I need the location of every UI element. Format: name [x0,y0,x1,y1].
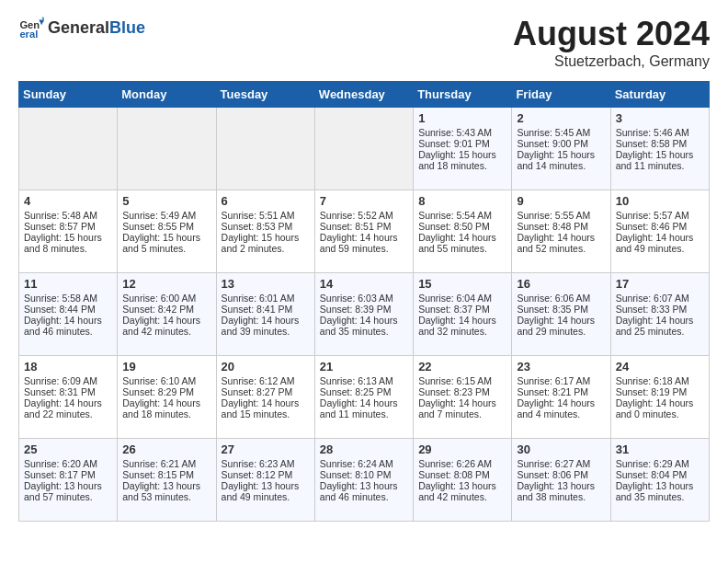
calendar-cell: 19Sunrise: 6:10 AMSunset: 8:29 PMDayligh… [118,356,216,439]
day-info: Sunset: 8:04 PM [616,469,704,480]
day-number: 30 [517,442,605,456]
column-header-tuesday: Tuesday [216,82,314,108]
day-info: Sunrise: 6:13 AM [320,375,408,386]
day-number: 12 [122,277,210,291]
day-info: Sunset: 8:25 PM [320,386,408,397]
day-info: Daylight: 14 hours and 59 minutes. [320,232,408,254]
calendar-cell: 16Sunrise: 6:06 AMSunset: 8:35 PMDayligh… [512,273,610,356]
calendar-week-1: 1Sunrise: 5:43 AMSunset: 9:01 PMDaylight… [19,108,710,190]
day-info: Daylight: 13 hours and 53 minutes. [122,480,210,502]
svg-text:eral: eral [19,29,38,40]
day-info: Sunrise: 5:55 AM [517,210,605,221]
day-info: Daylight: 15 hours and 18 minutes. [418,149,506,171]
column-header-wednesday: Wednesday [314,82,413,108]
day-number: 4 [24,194,112,208]
day-info: Daylight: 14 hours and 25 minutes. [616,315,704,337]
calendar-cell: 13Sunrise: 6:01 AMSunset: 8:41 PMDayligh… [216,273,314,356]
day-number: 6 [222,194,310,208]
day-info: Sunrise: 6:04 AM [418,293,506,304]
calendar-cell: 6Sunrise: 5:51 AMSunset: 8:53 PMDaylight… [216,190,314,273]
day-number: 19 [122,360,210,373]
calendar-week-2: 4Sunrise: 5:48 AMSunset: 8:57 PMDaylight… [19,190,710,273]
day-info: Sunset: 8:21 PM [517,386,605,397]
day-info: Daylight: 14 hours and 11 minutes. [320,397,408,419]
day-info: Sunset: 9:00 PM [517,138,605,149]
calendar-header-row: SundayMondayTuesdayWednesdayThursdayFrid… [19,82,710,108]
calendar-cell: 18Sunrise: 6:09 AMSunset: 8:31 PMDayligh… [19,356,118,439]
calendar-cell: 29Sunrise: 6:26 AMSunset: 8:08 PMDayligh… [414,439,512,522]
day-number: 20 [222,360,310,373]
day-info: Daylight: 14 hours and 32 minutes. [418,315,506,337]
day-number: 15 [418,277,506,291]
day-info: Sunrise: 6:12 AM [222,375,310,386]
header: Gen eral GeneralBlue August 2024 Stuetze… [18,15,710,70]
day-number: 14 [320,277,408,291]
day-info: Sunset: 8:06 PM [517,469,605,480]
day-info: Daylight: 14 hours and 35 minutes. [320,315,408,337]
day-info: Sunrise: 6:21 AM [122,458,210,469]
day-number: 25 [24,442,112,456]
column-header-friday: Friday [512,82,610,108]
day-info: Sunset: 8:12 PM [222,469,310,480]
day-info: Sunrise: 6:26 AM [418,458,506,469]
day-number: 31 [616,442,704,456]
day-info: Sunset: 8:55 PM [122,221,210,232]
day-number: 7 [320,194,408,208]
logo: Gen eral GeneralBlue [18,15,145,40]
column-header-monday: Monday [118,82,216,108]
day-info: Sunrise: 5:46 AM [616,127,704,138]
logo-blue: Blue [109,18,145,37]
column-header-thursday: Thursday [414,82,512,108]
day-info: Sunset: 8:41 PM [222,304,310,315]
day-info: Sunrise: 5:54 AM [418,210,506,221]
day-info: Daylight: 14 hours and 42 minutes. [122,315,210,337]
day-info: Sunrise: 6:27 AM [517,458,605,469]
calendar-cell: 11Sunrise: 5:58 AMSunset: 8:44 PMDayligh… [19,273,118,356]
calendar-cell: 26Sunrise: 6:21 AMSunset: 8:15 PMDayligh… [118,439,216,522]
day-number: 18 [24,360,112,373]
day-info: Sunrise: 6:29 AM [616,458,704,469]
calendar-week-3: 11Sunrise: 5:58 AMSunset: 8:44 PMDayligh… [19,273,710,356]
day-info: Daylight: 14 hours and 39 minutes. [222,315,310,337]
day-info: Sunrise: 6:03 AM [320,293,408,304]
day-info: Sunrise: 6:06 AM [517,293,605,304]
day-info: Daylight: 14 hours and 46 minutes. [24,315,112,337]
day-info: Sunrise: 6:07 AM [616,293,704,304]
title-area: August 2024 Stuetzerbach, Germany [513,15,710,70]
calendar-cell: 20Sunrise: 6:12 AMSunset: 8:27 PMDayligh… [216,356,314,439]
day-info: Sunset: 8:10 PM [320,469,408,480]
day-info: Sunrise: 5:48 AM [24,210,112,221]
logo-general: General [48,18,109,37]
day-info: Sunset: 8:15 PM [122,469,210,480]
day-number: 29 [418,442,506,456]
day-info: Daylight: 13 hours and 35 minutes. [616,480,704,502]
day-info: Sunset: 8:33 PM [616,304,704,315]
day-number: 3 [616,111,704,125]
day-info: Daylight: 14 hours and 18 minutes. [122,397,210,419]
day-info: Daylight: 13 hours and 42 minutes. [418,480,506,502]
day-number: 22 [418,360,506,373]
day-info: Sunset: 8:58 PM [616,138,704,149]
calendar-cell: 21Sunrise: 6:13 AMSunset: 8:25 PMDayligh… [314,356,413,439]
calendar-week-5: 25Sunrise: 6:20 AMSunset: 8:17 PMDayligh… [19,439,710,522]
day-info: Daylight: 13 hours and 46 minutes. [320,480,408,502]
calendar-cell: 1Sunrise: 5:43 AMSunset: 9:01 PMDaylight… [414,108,512,190]
day-info: Sunset: 8:37 PM [418,304,506,315]
day-info: Sunrise: 5:51 AM [222,210,310,221]
day-info: Sunset: 8:35 PM [517,304,605,315]
day-number: 16 [517,277,605,291]
day-info: Daylight: 14 hours and 52 minutes. [517,232,605,254]
calendar-cell: 30Sunrise: 6:27 AMSunset: 8:06 PMDayligh… [512,439,610,522]
calendar-cell: 9Sunrise: 5:55 AMSunset: 8:48 PMDaylight… [512,190,610,273]
calendar-cell: 17Sunrise: 6:07 AMSunset: 8:33 PMDayligh… [610,273,709,356]
day-number: 5 [122,194,210,208]
main-title: August 2024 [513,15,710,53]
calendar-cell: 2Sunrise: 5:45 AMSunset: 9:00 PMDaylight… [512,108,610,190]
day-info: Sunset: 8:08 PM [418,469,506,480]
day-number: 9 [517,194,605,208]
day-number: 26 [122,442,210,456]
day-number: 28 [320,442,408,456]
calendar-cell [314,108,413,190]
day-info: Sunset: 8:39 PM [320,304,408,315]
day-info: Daylight: 13 hours and 49 minutes. [222,480,310,502]
